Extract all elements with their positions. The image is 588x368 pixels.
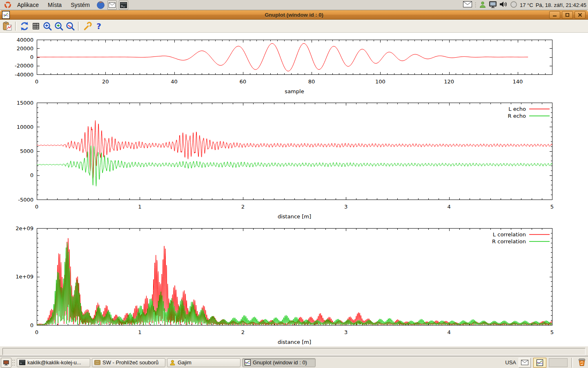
clock[interactable]: Pá, 18. září, 21:42:45 (536, 2, 586, 8)
firefox-icon[interactable] (96, 0, 105, 10)
mail-envelope-icon[interactable] (519, 358, 531, 368)
x-tick-label: 2 (241, 204, 245, 210)
gnuplot-icon (245, 359, 251, 366)
x-tick-label: 2 (241, 329, 245, 335)
tray-separator (474, 1, 477, 9)
toolbar-separator (15, 22, 17, 31)
x-tick-label: 4 (447, 329, 450, 335)
taskbar-item-label: SW - Prohlížeč souborů (102, 359, 158, 366)
keyboard-layout-indicator[interactable]: USA (505, 359, 516, 366)
bottom-panel: kaklik@kaklik-kolej-u... SW - Prohlížeč … (0, 357, 588, 368)
y-tick-label: 15000 (17, 100, 33, 106)
chart-0: 02040608010012014040000200000-20000-4000… (15, 37, 552, 95)
window-title: Gnuplot (window id : 0) (0, 12, 588, 18)
window-toolbar: ? (0, 20, 588, 33)
series-r-echo (37, 146, 552, 186)
taskbar-item-label: Gajim (178, 359, 192, 366)
menu-places[interactable]: Místa (44, 0, 66, 9)
statusbar-inset (2, 348, 586, 355)
legend-label: L correlation (493, 231, 526, 238)
close-button[interactable] (575, 11, 586, 19)
terminal-icon[interactable] (119, 0, 128, 10)
x-tick-label: 1 (138, 329, 141, 335)
workspace-cell-empty[interactable] (549, 358, 568, 367)
x-tick-label: 1 (138, 204, 141, 210)
user-switcher-icon[interactable] (479, 1, 486, 9)
terminal-icon (19, 360, 25, 365)
workspace-cell-gnuplot[interactable] (533, 358, 546, 368)
series-l-correlation (37, 238, 552, 325)
y-tick-label: 0 (30, 172, 33, 178)
trash-icon[interactable] (577, 357, 587, 368)
y-tick-label: 2e+09 (16, 225, 33, 231)
x-tick-label: 5 (550, 204, 554, 210)
x-tick-label: 5 (550, 329, 554, 335)
x-tick-label: 120 (444, 79, 454, 85)
x-tick-label: 4 (447, 204, 450, 210)
y-tick-label: 5000 (20, 148, 33, 154)
grid-icon[interactable] (30, 20, 42, 32)
y-tick-label: -20000 (15, 63, 33, 69)
x-axis-label: distance [m] (278, 339, 311, 345)
refresh-icon[interactable] (19, 20, 30, 32)
tray-mail-envelope-icon[interactable] (463, 1, 472, 9)
y-tick-label: 10000 (17, 124, 33, 130)
menu-applications[interactable]: Aplikace (13, 0, 43, 9)
gajim-icon (169, 360, 176, 366)
help-icon[interactable]: ? (93, 20, 105, 32)
zoom-next-icon[interactable] (53, 20, 65, 32)
y-tick-label: 0 (30, 322, 33, 328)
copy-plot-icon[interactable] (2, 20, 13, 32)
x-axis-label: distance [m] (278, 213, 311, 220)
plot-canvas[interactable]: 02040608010012014040000200000-20000-4000… (0, 33, 588, 346)
menu-system[interactable]: Systém (67, 0, 94, 9)
taskbar-item-label: Gnuplot (window id : 0) (253, 359, 307, 366)
x-tick-label: 0 (35, 329, 38, 335)
taskbar-item-gajim[interactable]: Gajim (167, 358, 241, 367)
panel-handle[interactable] (11, 359, 15, 367)
x-tick-label: 40 (171, 79, 178, 85)
x-tick-label: 3 (344, 329, 347, 335)
chart-2: 0123452e+091e+090distance [m]L correlati… (16, 225, 554, 346)
x-tick-label: 100 (375, 79, 385, 85)
chart-1: 012345150001000050000-5000distance [m]L … (17, 100, 554, 220)
zoom-reset-icon[interactable] (65, 20, 76, 32)
toolbar-separator (78, 22, 80, 31)
maximize-button[interactable] (562, 11, 573, 19)
window-titlebar[interactable]: Gnuplot (window id : 0) (0, 10, 588, 20)
taskbar-item-terminal[interactable]: kaklik@kaklik-kolej-u... (17, 358, 90, 367)
y-tick-label: -5000 (18, 197, 33, 203)
series-chirp (37, 43, 528, 71)
legend-label: R correlation (492, 238, 526, 245)
y-tick-label: -40000 (15, 72, 33, 78)
x-tick-label: 0 (35, 79, 38, 85)
file-manager-icon (94, 360, 100, 365)
show-desktop-icon[interactable] (1, 358, 11, 368)
mail-icon[interactable] (107, 0, 117, 10)
settings-wrench-icon[interactable] (82, 20, 93, 32)
minimize-button[interactable] (549, 11, 560, 19)
taskbar-item-gnuplot[interactable]: Gnuplot (window id : 0) (242, 358, 316, 367)
x-tick-label: 3 (344, 204, 347, 210)
legend-label: R echo (508, 113, 526, 119)
gnuplot-window-icon (537, 359, 543, 366)
x-axis-label: sample (285, 88, 304, 94)
temperature-label[interactable]: 17 °C (520, 2, 533, 8)
y-tick-label: 0 (30, 54, 33, 60)
series-r-correlation (37, 243, 552, 325)
x-tick-label: 140 (512, 79, 523, 85)
ubuntu-logo-icon[interactable] (3, 0, 12, 10)
zoom-previous-icon[interactable] (42, 20, 53, 32)
legend-label: L echo (508, 106, 526, 112)
y-tick-label: 20000 (17, 45, 33, 52)
volume-icon[interactable] (499, 1, 508, 9)
plots-svg[interactable]: 02040608010012014040000200000-20000-4000… (0, 33, 588, 346)
taskbar-item-file-manager[interactable]: SW - Prohlížeč souborů (92, 358, 165, 367)
svg-text:?: ? (96, 21, 101, 31)
display-icon[interactable] (489, 1, 497, 9)
x-tick-label: 60 (240, 79, 247, 85)
weather-icon[interactable] (510, 1, 517, 9)
x-tick-label: 80 (308, 79, 315, 85)
series-l-echo (37, 121, 552, 178)
top-panel: Aplikace Místa Systém (0, 0, 588, 10)
